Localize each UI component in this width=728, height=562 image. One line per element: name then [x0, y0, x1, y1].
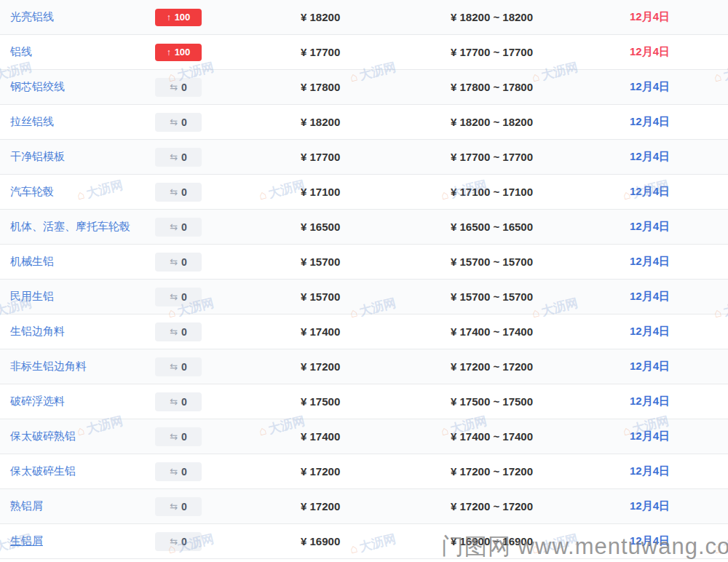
change-badge: ⇆ 0: [155, 253, 202, 272]
price-date: 12月4日: [630, 220, 728, 234]
change-badge: ⇆ 0: [155, 113, 202, 132]
table-row: 光亮铝线 ↑ 100 ¥ 18200 ¥ 18200 ~ 18200 12月4日: [0, 0, 728, 35]
price-range: ¥ 16900 ~ 16900: [451, 535, 630, 547]
change-badge: ⇆ 0: [155, 148, 202, 167]
price-date: 12月4日: [630, 395, 728, 408]
product-name-cell: 机械生铝: [0, 255, 155, 269]
product-link[interactable]: 汽车轮毂: [10, 185, 54, 197]
change-direction-icon: ⇆: [170, 361, 178, 372]
change-direction-icon: ⇆: [170, 466, 178, 477]
change-badge: ⇆ 0: [155, 357, 202, 376]
product-name-cell: 拉丝铝线: [0, 115, 155, 129]
product-link[interactable]: 机械生铝: [10, 255, 54, 267]
change-direction-icon: ⇆: [170, 116, 178, 127]
price-date: 12月4日: [630, 80, 728, 94]
price-date: 12月4日: [630, 534, 728, 548]
change-badge: ⇆ 0: [155, 427, 202, 446]
change-direction-icon: ↑: [167, 47, 171, 58]
price-value: ¥ 16500: [301, 221, 451, 233]
product-link[interactable]: 铝线: [10, 45, 32, 58]
table-row: 民用生铝 ⇆ 0 ¥ 15700 ¥ 15700 ~ 15700 12月4日: [0, 280, 728, 314]
product-link[interactable]: 生铝边角料: [10, 325, 65, 337]
product-link[interactable]: 钢芯铝绞线: [10, 80, 65, 92]
change-badge: ⇆ 0: [155, 497, 202, 516]
price-range: ¥ 17700 ~ 17700: [451, 151, 630, 163]
price-range: ¥ 15700 ~ 15700: [451, 256, 630, 268]
table-row: 保太破碎生铝 ⇆ 0 ¥ 17200 ¥ 17200 ~ 17200 12月4日: [0, 454, 728, 489]
price-value: ¥ 16900: [301, 535, 451, 547]
change-badge: ⇆ 0: [155, 218, 202, 237]
change-direction-icon: ⇆: [170, 221, 178, 232]
change-value: 0: [181, 396, 187, 408]
change-value: 0: [181, 151, 187, 163]
change-cell: ⇆ 0: [155, 148, 301, 167]
product-link[interactable]: 干净铝模板: [10, 150, 65, 162]
price-range: ¥ 17800 ~ 17800: [451, 81, 630, 93]
table-row: 干净铝模板 ⇆ 0 ¥ 17700 ¥ 17700 ~ 17700 12月4日: [0, 140, 728, 175]
change-cell: ⇆ 0: [155, 253, 301, 272]
price-date: 12月4日: [630, 115, 728, 129]
price-range: ¥ 17200 ~ 17200: [451, 500, 630, 512]
table-row: 铝线 ↑ 100 ¥ 17700 ¥ 17700 ~ 17700 12月4日: [0, 35, 728, 70]
table-row: 生铝屑 ⇆ 0 ¥ 16900 ¥ 16900 ~ 16900 12月4日: [0, 524, 728, 559]
table-row: 拉丝铝线 ⇆ 0 ¥ 18200 ¥ 18200 ~ 18200 12月4日: [0, 105, 728, 140]
change-cell: ⇆ 0: [155, 532, 301, 551]
change-cell: ⇆ 0: [155, 113, 301, 132]
change-direction-icon: ⇆: [170, 501, 178, 512]
product-link[interactable]: 拉丝铝线: [10, 115, 54, 127]
table-row: 熟铝屑 ⇆ 0 ¥ 17200 ¥ 17200 ~ 17200 12月4日: [0, 489, 728, 524]
change-value: 0: [181, 361, 187, 373]
change-cell: ⇆ 0: [155, 427, 301, 446]
product-link[interactable]: 机体、活塞、摩托车轮毂: [10, 220, 130, 232]
change-value: 0: [181, 116, 187, 128]
price-date: 12月4日: [630, 150, 728, 164]
change-cell: ⇆ 0: [155, 392, 301, 411]
product-link[interactable]: 破碎浮选料: [10, 395, 65, 407]
product-link[interactable]: 民用生铝: [10, 290, 54, 302]
product-name-cell: 生铝屑: [0, 534, 155, 548]
price-value: ¥ 17700: [301, 46, 451, 58]
product-link[interactable]: 熟铝屑: [10, 499, 43, 512]
price-value: ¥ 18200: [301, 116, 451, 128]
price-range: ¥ 17400 ~ 17400: [451, 325, 630, 338]
product-name-cell: 铝线: [0, 45, 155, 59]
table-row: 破碎浮选料 ⇆ 0 ¥ 17500 ¥ 17500 ~ 17500 12月4日: [0, 384, 728, 419]
change-direction-icon: ⇆: [170, 431, 178, 442]
change-badge: ⇆ 0: [155, 392, 202, 411]
product-link[interactable]: 光亮铝线: [10, 10, 54, 23]
price-range: ¥ 18200 ~ 18200: [451, 116, 630, 128]
change-value: 0: [181, 501, 187, 512]
price-range: ¥ 17500 ~ 17500: [451, 395, 630, 408]
change-cell: ↑ 100: [155, 9, 301, 26]
change-cell: ⇆ 0: [155, 288, 301, 306]
price-table: 光亮铝线 ↑ 100 ¥ 18200 ¥ 18200 ~ 18200 12月4日…: [0, 0, 728, 559]
change-direction-icon: ⇆: [170, 291, 178, 302]
change-direction-icon: ⇆: [170, 396, 178, 407]
product-link[interactable]: 保太破碎生铝: [10, 464, 76, 477]
product-name-cell: 保太破碎熟铝: [0, 430, 155, 443]
table-row: 非标生铝边角料 ⇆ 0 ¥ 17200 ¥ 17200 ~ 17200 12月4…: [0, 349, 728, 384]
change-cell: ⇆ 0: [155, 218, 301, 237]
change-value: 100: [175, 47, 191, 58]
product-link[interactable]: 保太破碎熟铝: [10, 430, 76, 442]
change-value: 0: [181, 221, 187, 233]
price-value: ¥ 17200: [301, 465, 451, 478]
price-date: 12月4日: [630, 45, 728, 59]
product-name-cell: 民用生铝: [0, 290, 155, 304]
product-link[interactable]: 非标生铝边角料: [10, 360, 87, 372]
table-row: 保太破碎熟铝 ⇆ 0 ¥ 17400 ¥ 17400 ~ 17400 12月4日: [0, 419, 728, 454]
price-range: ¥ 17200 ~ 17200: [451, 465, 630, 478]
table-row: 汽车轮毂 ⇆ 0 ¥ 17100 ¥ 17100 ~ 17100 12月4日: [0, 175, 728, 210]
product-link[interactable]: 生铝屑: [10, 534, 43, 547]
product-name-cell: 熟铝屑: [0, 499, 155, 513]
change-direction-icon: ⇆: [170, 151, 178, 162]
change-value: 0: [181, 431, 187, 443]
price-value: ¥ 17200: [301, 500, 451, 512]
product-name-cell: 生铝边角料: [0, 325, 155, 339]
change-value: 0: [181, 291, 187, 303]
price-value: ¥ 17400: [301, 430, 451, 443]
change-cell: ⇆ 0: [155, 78, 301, 97]
change-badge: ↑ 100: [155, 9, 202, 26]
change-value: 0: [181, 326, 187, 338]
product-name-cell: 机体、活塞、摩托车轮毂: [0, 220, 155, 234]
